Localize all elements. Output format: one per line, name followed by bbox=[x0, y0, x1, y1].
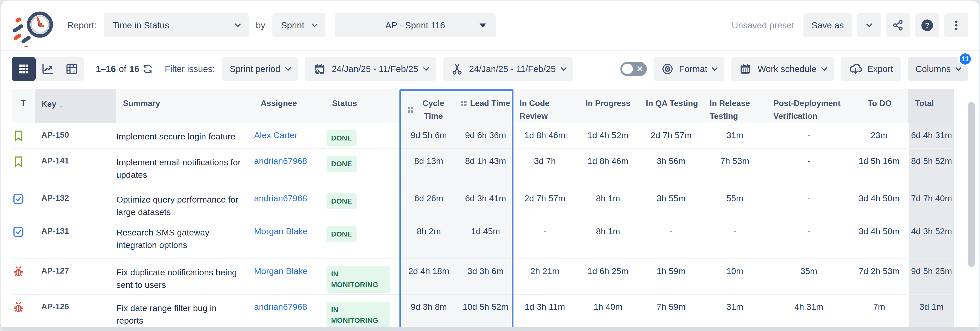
cycle-time-cell: 8h 2m bbox=[399, 219, 458, 259]
lead-time-cell: 6d 3h 41m bbox=[458, 186, 513, 219]
in-qa-testing-cell: 3h 56m bbox=[639, 149, 703, 186]
col-header-type[interactable]: T bbox=[12, 90, 35, 123]
app-card: Report: Time in Status by Sprint AP - Sp… bbox=[0, 0, 980, 331]
col-header-in-release-testing[interactable]: In Release Testing bbox=[703, 90, 767, 123]
refresh-button[interactable] bbox=[142, 63, 154, 75]
in-progress-cell: 8h 1m bbox=[577, 219, 639, 259]
calendar-icon bbox=[739, 62, 752, 75]
assignee-link[interactable]: Alex Carter bbox=[254, 130, 298, 140]
total-cell: 4d 3h 52m bbox=[908, 219, 954, 259]
report-type-value: Time in Status bbox=[113, 20, 169, 30]
bug-icon bbox=[12, 301, 35, 314]
to-do-cell: 7m bbox=[851, 294, 908, 328]
table-header: T Key↓ Summary Assignee Status Cycle Tim… bbox=[12, 90, 954, 123]
toolbar: 1–16 of 16 Filter issues: Sprint period bbox=[0, 54, 980, 84]
assignee-link[interactable]: Morgan Blake bbox=[254, 226, 308, 236]
chart-view-icon bbox=[41, 62, 54, 75]
in-release-testing-cell: 31m bbox=[703, 123, 767, 149]
filter-type-dropdown[interactable]: Sprint period bbox=[222, 57, 298, 81]
trim-range-dropdown[interactable]: 24/Jan/25 - 11/Feb/25 bbox=[443, 57, 573, 81]
drag-handle-icon[interactable] bbox=[461, 101, 466, 106]
chart-view-button[interactable] bbox=[36, 57, 60, 81]
preset-status: Unsaved preset bbox=[732, 20, 794, 30]
chevron-down-icon bbox=[285, 65, 291, 71]
horizontal-scrollbar[interactable] bbox=[0, 327, 980, 331]
group-by-value: Sprint bbox=[281, 20, 304, 30]
col-header-total[interactable]: Total bbox=[908, 90, 954, 123]
to-do-cell: 23m bbox=[851, 123, 908, 149]
filter-type-value: Sprint period bbox=[229, 64, 280, 74]
issue-key: AP-127 bbox=[35, 259, 116, 294]
assignee-link[interactable]: Morgan Blake bbox=[254, 266, 308, 276]
col-header-summary[interactable]: Summary bbox=[116, 90, 254, 123]
sprint-dropdown[interactable]: AP - Sprint 116 bbox=[335, 13, 496, 37]
compact-toggle[interactable]: ✕ bbox=[620, 62, 647, 76]
total-cell: 3d 1m bbox=[908, 294, 954, 328]
top-header: Report: Time in Status by Sprint AP - Sp… bbox=[0, 0, 980, 51]
app-screen: Report: Time in Status by Sprint AP - Sp… bbox=[0, 0, 980, 331]
in-progress-cell: 1d 4h 52m bbox=[577, 123, 639, 149]
report-type-dropdown[interactable]: Time in Status bbox=[104, 13, 249, 37]
col-header-lead-time[interactable]: Lead Time bbox=[458, 90, 513, 123]
chevron-down-icon bbox=[955, 65, 961, 71]
sprint-value: AP - Sprint 116 bbox=[385, 20, 445, 30]
assignee-link[interactable]: andrian67968 bbox=[254, 302, 307, 312]
pagination-total: 16 bbox=[129, 64, 139, 74]
in-qa-testing-cell: 2d 7h 57m bbox=[639, 123, 703, 149]
col-header-assignee[interactable]: Assignee bbox=[254, 90, 326, 123]
pivot-view-icon bbox=[65, 62, 78, 75]
status-badge: DONE bbox=[326, 130, 356, 146]
story-icon bbox=[12, 129, 35, 142]
trim-range-value: 24/Jan/25 - 11/Feb/25 bbox=[469, 64, 556, 74]
svg-text:?: ? bbox=[925, 21, 929, 29]
chevron-down-icon bbox=[423, 65, 429, 71]
save-as-label: Save as bbox=[811, 20, 844, 30]
in-release-testing-cell: - bbox=[703, 219, 767, 259]
issue-key: AP-131 bbox=[35, 219, 116, 259]
in-code-review-cell: 2d 7h 57m bbox=[513, 186, 577, 219]
save-as-button[interactable]: Save as bbox=[803, 13, 852, 37]
vertical-scrollbar-thumb[interactable] bbox=[968, 102, 975, 267]
issues-table-wrap: T Key↓ Summary Assignee Status Cycle Tim… bbox=[12, 90, 954, 328]
columns-label: Columns bbox=[915, 64, 951, 74]
export-button[interactable]: Export bbox=[841, 57, 901, 81]
col-header-to-do[interactable]: To DO bbox=[851, 90, 908, 123]
chevron-down-icon bbox=[821, 65, 827, 71]
story-icon bbox=[12, 155, 35, 168]
issue-summary: Fix date range filter bug in reports bbox=[116, 294, 254, 328]
issue-key: AP-132 bbox=[35, 186, 116, 219]
calendar-clock-icon bbox=[313, 62, 326, 75]
pivot-view-button[interactable] bbox=[60, 57, 84, 81]
col-header-in-progress[interactable]: In Progress bbox=[577, 90, 639, 123]
date-range-dropdown[interactable]: 24/Jan/25 - 11/Feb/25 bbox=[305, 57, 436, 81]
format-target-icon bbox=[661, 62, 674, 75]
help-button[interactable]: ? bbox=[915, 13, 939, 37]
col-header-status[interactable]: Status bbox=[326, 90, 399, 123]
table-row: AP-150 Implement secure login feature Al… bbox=[12, 123, 954, 149]
share-button[interactable] bbox=[886, 13, 910, 37]
status-badge: DONE bbox=[326, 193, 356, 209]
col-header-in-code-review[interactable]: In Code Review bbox=[513, 90, 577, 123]
table-row: AP-132 Optimize query performance for la… bbox=[12, 186, 954, 219]
drag-handle-icon[interactable] bbox=[407, 107, 413, 113]
cycle-time-cell: 2d 4h 18m bbox=[399, 259, 458, 294]
format-dropdown[interactable]: Format bbox=[654, 57, 724, 81]
col-header-key[interactable]: Key↓ bbox=[35, 90, 116, 123]
assignee-link[interactable]: andrian67968 bbox=[254, 193, 307, 203]
more-menu-button[interactable] bbox=[944, 13, 968, 37]
assignee-link[interactable]: andrian67968 bbox=[254, 156, 307, 166]
col-header-post-deployment[interactable]: Post-Deployment Verification bbox=[767, 90, 851, 123]
in-progress-cell: 1d 8h 46m bbox=[577, 149, 639, 186]
toolbar-right: ✕ Format bbox=[620, 57, 968, 81]
report-label: Report: bbox=[67, 20, 97, 30]
post-deployment-cell: - bbox=[767, 186, 851, 219]
save-as-chevron-button[interactable] bbox=[857, 13, 881, 37]
work-schedule-label: Work schedule bbox=[757, 64, 816, 74]
table-view-button[interactable] bbox=[12, 57, 36, 81]
issue-summary: Implement email notifications for update… bbox=[116, 149, 254, 186]
col-header-in-qa-testing[interactable]: In QA Testing bbox=[639, 90, 703, 123]
work-schedule-dropdown[interactable]: Work schedule bbox=[731, 57, 834, 81]
group-by-dropdown[interactable]: Sprint bbox=[272, 13, 326, 37]
status-badge: IN MONITORING bbox=[326, 302, 390, 328]
col-header-cycle-time[interactable]: Cycle Time bbox=[399, 90, 458, 123]
